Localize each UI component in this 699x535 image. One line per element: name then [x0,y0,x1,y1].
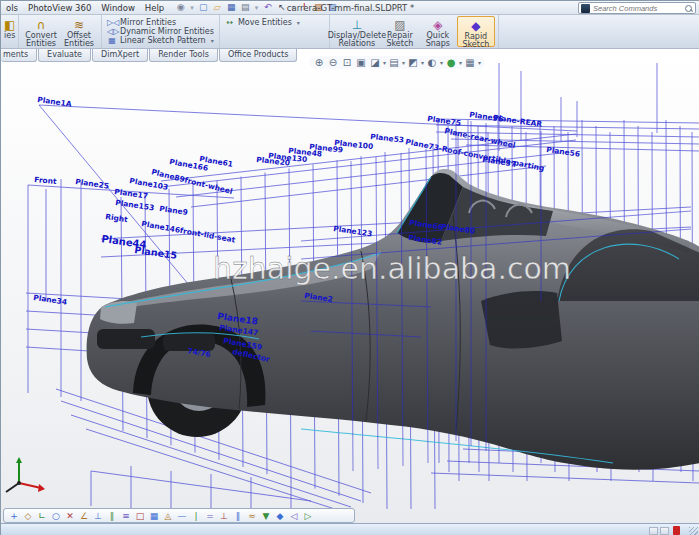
repair-sketch-icon: ▨ [394,18,405,32]
help-pin-icon[interactable]: ◉ [175,2,186,13]
linear-sketch-pattern-dropdown[interactable]: ▾ [211,37,214,44]
save-icon[interactable]: ▦ [226,2,237,13]
relation-fix-icon[interactable]: ▼ [260,510,272,522]
display-delete-relations-button[interactable]: ⊥ Display/Delete Relations ▾ [333,16,381,47]
relation-symmetric-icon[interactable]: ◁ [288,510,300,522]
resize-grip[interactable] [689,527,698,535]
mirror-entities-icon: ▷◁ [107,18,117,27]
plane-label[interactable]: Plane15 [134,244,178,261]
alert-icon[interactable]: ! [299,2,310,13]
tab-render-tools[interactable]: Render Tools [149,49,218,62]
quick-snaps-icon: ◈ [433,18,442,32]
plane-label[interactable]: Front [34,175,58,186]
menu-item-photoview-360[interactable]: PhotoView 360 [23,3,96,13]
relation-equal-icon[interactable]: ≈ [246,510,258,522]
display-delete-relations-icon: ⊥ [352,18,362,32]
quick-snaps-button[interactable]: ◈ Quick Snaps ▾ [419,16,457,47]
snap-tangent-icon[interactable]: ⊥ [92,510,104,522]
toolbar-dropdown-icon[interactable]: ▾ [291,4,295,12]
search-scope-icon[interactable] [581,4,590,13]
snap-hv-icon[interactable]: ≡ [120,510,132,522]
search-magnifier-icon[interactable] [684,4,693,13]
rapid-sketch-icon: ◆ [471,19,480,33]
command-tab-bar: mentsEvaluateDimXpertRender ToolsOffice … [1,49,511,62]
status-mark-icon [660,527,669,535]
relation-merge-icon[interactable]: ◆ [274,510,286,522]
tab-dimxpert[interactable]: DimXpert [92,49,148,62]
snap-quadrant-icon[interactable]: ○ [50,510,62,522]
ribbon-group-convert: ∩ Convert Entities ▾ ≋ Offset Entities [19,15,102,48]
plane-label[interactable]: Plane9 [159,204,189,217]
task-panes-icon[interactable]: ▥ [327,2,338,13]
relation-collinear-icon[interactable]: = [204,510,216,522]
menu-bar: olsPhotoView 360WindowHelp ◉▾▢▱▦▤▾↶↖▾!▨▥… [1,1,699,15]
plane-label[interactable]: Plane75 [427,114,462,128]
cut-button-icon: ◧ [4,18,15,32]
rapid-sketch-button[interactable]: ◆ Rapid Sketch [457,16,495,47]
search-commands-box[interactable] [578,2,696,14]
linear-sketch-pattern-button[interactable]: ▦ Linear Sketch Pattern ▾ [107,36,214,45]
relation-vertical-icon[interactable]: | [190,510,202,522]
watermark-text: hzhaige.en.alibaba.com [213,251,571,286]
ribbon-group-mirror: ▷◁ Mirror Entities ◁▷ Dynamic Mirror Ent… [102,15,220,48]
plane-label[interactable]: Plane123 [333,224,373,238]
move-entities-dropdown[interactable]: ▾ [297,19,300,26]
solidworks-window: olsPhotoView 360WindowHelp ◉▾▢▱▦▤▾↶↖▾!▨▥… [0,0,699,535]
ribbon-group-cut: ◧ ies [1,15,19,48]
plane-label[interactable]: Plane56 [546,145,581,159]
command-manager-ribbon: ◧ ies ∩ Convert Entities ▾ ≋ Offset Enti… [1,15,699,49]
mirror-entities-button[interactable]: ▷◁ Mirror Entities [107,18,214,27]
relation-perpendicular-icon[interactable]: ⊥ [218,510,230,522]
new-document-icon[interactable]: ▢ [198,2,209,13]
open-icon[interactable]: ▱ [212,2,223,13]
tab-ments[interactable]: ments [1,49,37,62]
tab-evaluate[interactable]: Evaluate [38,49,91,62]
print-icon[interactable]: ▤ [240,2,251,13]
quick-access-toolbar: ◉▾▢▱▦▤▾↶↖▾!▨▥ [175,2,338,13]
repair-sketch-button[interactable]: ▨ Repair Sketch [381,16,419,47]
status-indicators [649,527,669,535]
graphics-viewport[interactable]: hzhaige.en.alibaba.com Plane1AFrontPlane… [1,49,699,523]
relation-horizontal-icon[interactable]: — [176,510,188,522]
offset-entities-button[interactable]: ≋ Offset Entities [60,16,98,47]
sketch-snaps-toolbar: +◇∟○✕∠⊥∥≡□▦◬—|=⊥∥≈▼◆◁▷ [3,508,355,523]
toolbar-dropdown-icon[interactable]: ▾ [190,4,194,12]
ribbon-group-move: ↔ Move Entities ▾ [220,15,330,48]
select-icon[interactable]: ↖ [276,2,287,13]
status-alert-icon[interactable] [673,526,680,535]
move-entities-icon: ↔ [225,18,235,27]
plane-label[interactable]: Plane1A [37,95,73,109]
status-bar [1,523,699,535]
properties-icon[interactable]: ▨ [313,2,324,13]
snap-intersect-icon[interactable]: ✕ [64,510,76,522]
status-mark-icon [649,527,658,535]
coordinate-triad-icon [6,457,45,492]
search-input[interactable] [590,4,684,13]
offset-entities-icon: ≋ [74,18,84,32]
move-entities-button[interactable]: ↔ Move Entities ▾ [225,18,300,27]
snap-nearest-icon[interactable]: ∠ [78,510,90,522]
relation-coincident-icon[interactable]: ▷ [302,510,314,522]
snap-angle-icon[interactable]: ◬ [162,510,174,522]
dynamic-mirror-entities-button[interactable]: ◁▷ Dynamic Mirror Entities [107,27,214,36]
snap-midpoint-icon[interactable]: ∟ [36,510,48,522]
menu-item-ols[interactable]: ols [1,3,23,13]
snap-grid-icon[interactable]: ▦ [148,510,160,522]
snap-length-icon[interactable]: □ [134,510,146,522]
plane-label[interactable]: Plane53 [370,132,405,145]
convert-entities-button[interactable]: ∩ Convert Entities ▾ [22,16,60,47]
plane-label[interactable]: Right [105,212,129,224]
plane-label[interactable]: Plane146front-lid-seat [141,219,237,244]
undo-icon[interactable]: ↶ [262,2,273,13]
menu-item-window[interactable]: Window [96,3,140,13]
convert-entities-icon: ∩ [37,18,46,32]
menu-item-help[interactable]: Help [140,3,169,13]
snap-center-icon[interactable]: ◇ [22,510,34,522]
toolbar-dropdown-icon[interactable]: ▾ [255,4,259,12]
snap-parallel-icon[interactable]: ∥ [106,510,118,522]
cut-button[interactable]: ◧ ies [4,16,15,47]
tab-office-products[interactable]: Office Products [219,49,297,62]
relation-parallel-icon[interactable]: ∥ [232,510,244,522]
ribbon-group-relations: ⊥ Display/Delete Relations ▾ ▨ Repair Sk… [330,15,499,48]
snap-point-icon[interactable]: + [8,510,20,522]
